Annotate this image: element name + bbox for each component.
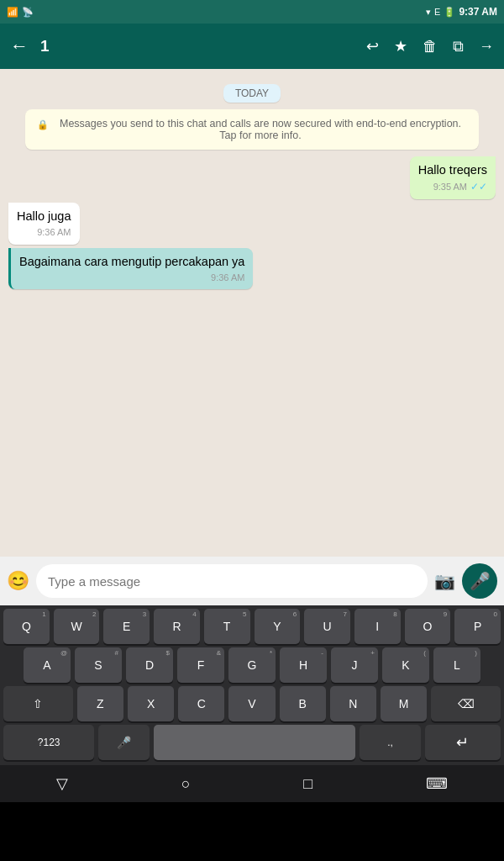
bubble-meta: 9:36 AM [19, 272, 244, 284]
encryption-notice[interactable]: 🔒 Messages you send to this chat and cal… [25, 109, 479, 150]
key-i[interactable]: 8I [354, 609, 401, 644]
lock-icon: 🔒 [37, 119, 49, 130]
key-j[interactable]: +J [331, 647, 378, 683]
message-input[interactable] [36, 564, 428, 598]
wifi-signal-icon: ▾ [426, 7, 431, 18]
signal-icon: 📶 [7, 7, 18, 18]
nav-recent-icon[interactable]: □ [303, 775, 312, 793]
message-time: 9:36 AM [211, 272, 244, 284]
date-badge-text: TODAY [223, 84, 281, 103]
key-s[interactable]: #S [75, 647, 122, 683]
key-w[interactable]: 2W [54, 609, 100, 644]
input-area: 😊 📷 🎤 [0, 557, 504, 605]
key-b[interactable]: B [280, 686, 326, 721]
key-e[interactable]: 3E [103, 609, 150, 644]
bubble-meta: 9:35 AM ✓✓ [418, 180, 487, 194]
num-sym-key[interactable]: ?123 [3, 725, 94, 760]
keyboard-row-2: @A #S $D &F *G -H +J (K )L [0, 644, 504, 683]
keyboard-row-4: ?123 🎤 ., ↵ [0, 721, 504, 765]
key-f[interactable]: &F [177, 647, 224, 683]
key-a[interactable]: @A [24, 647, 71, 683]
message-row: Hallo treqers 9:35 AM ✓✓ [8, 156, 496, 199]
copy-icon[interactable]: ⧉ [453, 38, 464, 55]
key-t[interactable]: 5T [204, 609, 250, 644]
incoming-bubble-2-highlighted[interactable]: Bagaimana cara mengutip percakapan ya 9:… [8, 248, 253, 290]
message-text: Bagaimana cara mengutip percakapan ya [19, 255, 244, 268]
nav-back-icon[interactable]: ▽ [56, 774, 68, 793]
tick-icon: ✓✓ [470, 180, 487, 194]
clock: 9:37 AM [459, 6, 497, 18]
camera-button[interactable]: 📷 [434, 571, 455, 591]
key-l[interactable]: )L [433, 647, 480, 683]
forward-icon[interactable]: → [479, 38, 494, 55]
message-text: Hallo treqers [418, 163, 487, 177]
key-q[interactable]: 1Q [3, 609, 50, 644]
enter-key[interactable]: ↵ [425, 725, 501, 760]
key-k[interactable]: (K [382, 647, 429, 683]
space-key[interactable] [154, 725, 356, 760]
battery-icon: 🔋 [444, 7, 455, 18]
key-x[interactable]: X [128, 686, 174, 721]
key-m[interactable]: M [381, 686, 427, 721]
date-badge: TODAY [8, 84, 496, 103]
mic-button[interactable]: 🎤 [462, 563, 497, 599]
key-z[interactable]: Z [77, 686, 123, 721]
key-g[interactable]: *G [228, 647, 276, 683]
status-bar: 📶 📡 ▾ E 🔋 9:37 AM [0, 0, 504, 24]
mic-icon: 🎤 [470, 571, 491, 591]
message-text: Hallo juga [17, 209, 71, 223]
punctuation-key[interactable]: ., [360, 725, 420, 760]
emoji-button[interactable]: 😊 [7, 570, 29, 592]
app-bar-actions: ↩ ★ 🗑 ⧉ → [366, 37, 494, 55]
key-d[interactable]: $D [126, 647, 173, 683]
key-p[interactable]: 0P [454, 609, 501, 644]
status-left-icons: 📶 📡 [7, 7, 34, 18]
key-y[interactable]: 6Y [255, 609, 301, 644]
message-time: 9:35 AM [433, 181, 467, 193]
key-n[interactable]: N [330, 686, 376, 721]
wifi-icon: 📡 [22, 7, 34, 18]
key-c[interactable]: C [178, 686, 224, 721]
keyboard: 1Q 2W 3E 4R 5T 6Y 7U 8I 9O 0P @A #S $D &… [0, 605, 504, 765]
back-button[interactable]: ← [10, 35, 29, 57]
star-icon[interactable]: ★ [394, 37, 407, 55]
network-icon: E [434, 7, 440, 17]
key-v[interactable]: V [228, 686, 275, 721]
keyboard-icon[interactable]: ⌨ [426, 774, 448, 793]
keyboard-row-1: 1Q 2W 3E 4R 5T 6Y 7U 8I 9O 0P [0, 605, 504, 644]
bubble-meta: 9:36 AM [17, 226, 71, 239]
key-o[interactable]: 9O [405, 609, 451, 644]
message-row: Bagaimana cara mengutip percakapan ya 9:… [8, 248, 496, 290]
incoming-bubble-1[interactable]: Hallo juga 9:36 AM [8, 203, 80, 245]
shift-key[interactable]: ⇧ [3, 686, 73, 721]
keyboard-row-3: ⇧ Z X C V B N M ⌫ [0, 683, 504, 721]
reply-icon[interactable]: ↩ [366, 37, 379, 55]
message-time: 9:36 AM [37, 226, 71, 239]
key-u[interactable]: 7U [304, 609, 350, 644]
nav-home-icon[interactable]: ○ [181, 775, 191, 793]
backspace-key[interactable]: ⌫ [431, 686, 501, 721]
delete-icon[interactable]: 🗑 [423, 38, 438, 55]
voice-input-key[interactable]: 🎤 [98, 725, 149, 760]
key-h[interactable]: -H [280, 647, 327, 683]
bottom-nav: ▽ ○ □ ⌨ [0, 765, 504, 802]
status-right-icons: ▾ E 🔋 9:37 AM [426, 6, 497, 18]
encryption-text: Messages you send to this chat and calls… [54, 118, 467, 141]
key-r[interactable]: 4R [154, 609, 200, 644]
app-bar: ← 1 ↩ ★ 🗑 ⧉ → [0, 24, 504, 69]
chat-title: 1 [40, 37, 354, 55]
message-row: Hallo juga 9:36 AM [8, 203, 496, 245]
chat-area: TODAY 🔒 Messages you send to this chat a… [0, 69, 504, 557]
outgoing-bubble-1[interactable]: Hallo treqers 9:35 AM ✓✓ [410, 156, 496, 199]
